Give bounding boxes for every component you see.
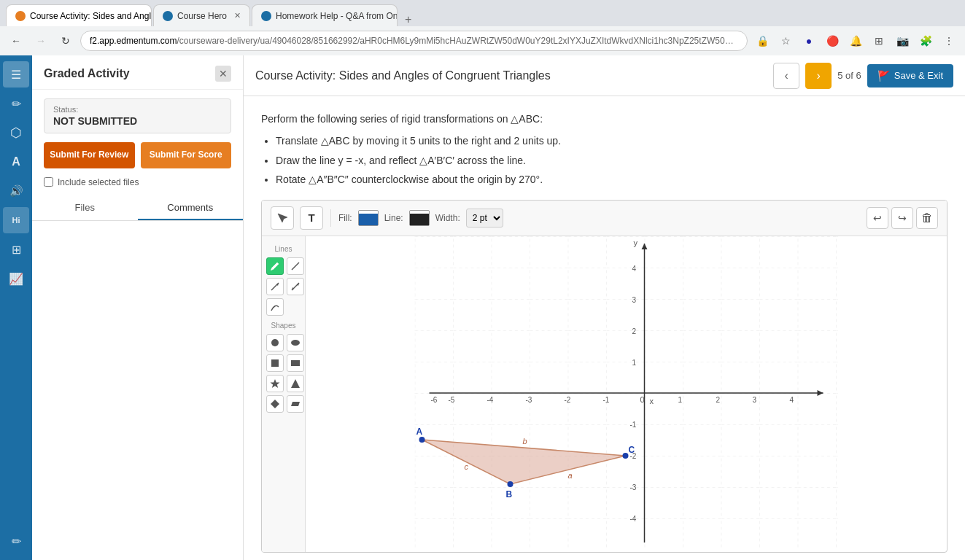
select-tool-button[interactable] [271,206,294,230]
extension-btn-1[interactable]: 🔒 [752,31,772,51]
sidebar-translate-icon[interactable]: Hi [3,207,29,233]
svg-text:4: 4 [790,396,794,404]
graph-container[interactable]: x 0 -1 -2 -3 -4 -5 -6 1 2 [306,236,947,552]
extension-btn-2[interactable]: ● [799,31,819,51]
svg-text:3: 3 [753,396,757,404]
submit-score-button[interactable]: Submit For Score [141,142,232,168]
label-b: B [506,489,513,499]
refresh-button[interactable]: ↻ [55,31,76,51]
line-color-swatch[interactable] [409,210,430,226]
url-bar[interactable]: f2.app.edmentum.com/courseware-delivery/… [80,31,748,51]
edge-label-b: b [523,437,527,446]
next-page-button[interactable]: › [805,63,832,89]
rectangle-tool[interactable] [287,354,304,372]
pencil-tool[interactable] [266,257,284,275]
extension-btn-3[interactable]: 🔴 [822,31,842,51]
svg-rect-9 [291,360,300,366]
tab-2[interactable]: Course Hero ✕ [153,4,250,26]
label-c: C [629,445,635,455]
svg-text:1: 1 [632,359,637,367]
prev-page-button[interactable]: ‹ [773,63,799,89]
diamond-tool[interactable] [266,395,284,413]
svg-text:2: 2 [632,327,637,335]
undo-button[interactable]: ↩ [867,207,888,229]
extension-btn-4[interactable]: 🔔 [845,31,866,51]
arrow-tool[interactable] [266,278,284,295]
svg-line-0 [292,262,299,270]
parallelogram-tool[interactable] [287,395,304,413]
oval-tool[interactable] [287,334,304,351]
new-tab-button[interactable]: + [399,13,417,26]
edge-label-c: c [465,462,469,471]
tools-panel: Lines [262,236,306,552]
line-tool[interactable] [287,257,304,275]
include-files-checkbox[interactable] [44,177,53,187]
line-label: Line: [384,213,403,223]
panel-tabs: Files Comments [32,196,243,221]
sidebar-font-icon[interactable]: A [3,149,29,175]
svg-text:3: 3 [632,296,637,304]
svg-text:-1: -1 [603,396,610,404]
sidebar-hexagon-icon[interactable]: ⬡ [3,120,29,146]
svg-text:2: 2 [716,396,721,404]
sidebar-grid-icon[interactable]: ⊞ [3,236,29,262]
bookmark-btn[interactable]: ☆ [775,31,796,51]
submit-buttons-group: Submit For Review Submit For Score [44,142,231,168]
vertex-b [508,481,513,487]
tab-1[interactable]: Course Activity: Sides and Angl... ✕ [6,4,152,26]
svg-text:y: y [634,238,638,247]
lines-label: Lines [265,245,302,253]
undo-redo-group: ↩ ↪ 🗑 [867,207,938,229]
status-value: NOT SUBMITTED [53,115,222,127]
extension-btn-7[interactable]: 🧩 [915,31,936,51]
tab-3[interactable]: Homework Help - Q&A from Onl... ✕ [252,4,398,26]
extension-btn-5[interactable]: ⊞ [869,31,889,51]
instruction-bullet-3: Rotate △A″B″C″ counterclockwise about th… [276,171,947,187]
circle-tool[interactable] [266,334,284,351]
width-select[interactable]: 1 pt 2 pt 3 pt 4 pt [466,209,503,228]
sidebar-audio-icon[interactable]: 🔊 [3,178,29,204]
svg-text:-6: -6 [431,396,438,404]
url-domain: f2.app.edmentum.com [90,36,177,46]
vertex-c [623,453,629,459]
star-tool[interactable] [266,375,284,392]
square-tool[interactable] [266,354,284,372]
delete-button[interactable]: 🗑 [916,207,938,229]
vertex-a [419,437,425,443]
content-body: Perform the following series of rigid tr… [244,96,965,560]
extension-btn-6[interactable]: 📷 [892,31,912,51]
drawing-area: T Fill: Line: Width: 1 pt [261,200,947,553]
content-title: Course Activity: Sides and Angles of Con… [255,69,551,82]
sidebar-chart-icon[interactable]: 📈 [3,265,29,292]
sidebar-edit-icon[interactable]: ✏ [3,90,29,117]
back-button[interactable]: ← [6,31,26,51]
forward-button[interactable]: → [31,31,51,51]
tab-comments[interactable]: Comments [138,196,244,220]
redo-button[interactable]: ↪ [891,207,913,229]
sidebar-pen-icon[interactable]: ✏ [3,528,29,554]
svg-rect-8 [271,359,279,367]
text-tool-button[interactable]: T [300,206,323,230]
svg-text:1: 1 [678,396,683,404]
address-bar: ← → ↻ f2.app.edmentum.com/courseware-del… [0,26,965,55]
close-panel-button[interactable]: ✕ [215,66,231,82]
curve-tool[interactable] [266,298,284,316]
menu-btn[interactable]: ⋮ [939,31,959,51]
lines-tools [265,257,302,316]
submit-review-button[interactable]: Submit For Review [44,142,135,168]
svg-point-6 [271,339,279,346]
graph-svg[interactable]: x 0 -1 -2 -3 -4 -5 -6 1 2 [306,236,947,550]
svg-point-7 [291,340,300,346]
double-arrow-tool[interactable] [287,278,304,295]
edge-label-a: a [568,471,573,480]
tabs-bar: Course Activity: Sides and Angl... ✕ Cou… [0,0,965,26]
page-count: 5 of 6 [837,70,861,81]
label-a: A [416,427,423,437]
sidebar-menu-icon[interactable]: ☰ [3,61,29,88]
tab-files[interactable]: Files [32,196,138,220]
drawing-content: Lines [262,236,947,552]
save-exit-button[interactable]: 🚩 Save & Exit [867,64,953,88]
fill-color-swatch[interactable] [358,210,379,226]
tab-2-close[interactable]: ✕ [234,11,241,20]
triangle-tool[interactable] [287,375,304,392]
